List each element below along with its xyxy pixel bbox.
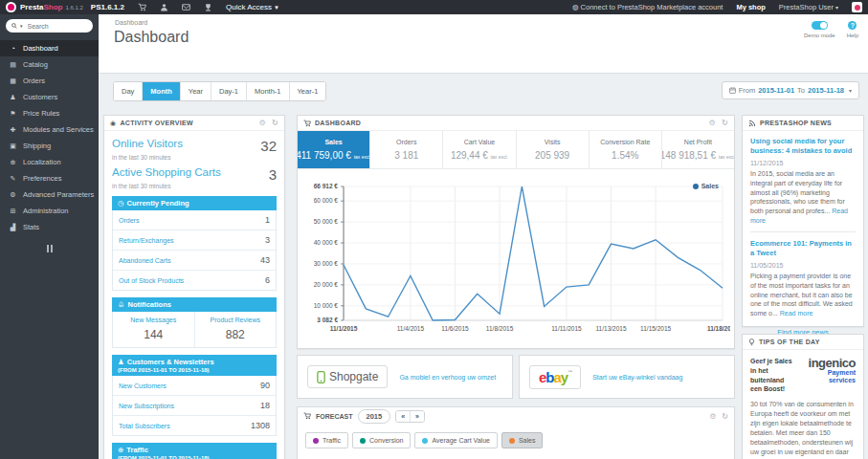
currently-pending-section: ◷Currently Pending Orders1 Return/Exchan… <box>112 196 277 291</box>
news-article-title[interactable]: Ecommerce 101: Payments in a Tweet <box>750 239 856 258</box>
kpi-tabs: Sales411 759,00 € tax excl. Orders3 181 … <box>298 131 734 169</box>
toggle-average-cart-value[interactable]: Average Cart Value <box>414 432 497 448</box>
sales-chart: 66 912 €60 000 €50 000 €40 000 €30 000 €… <box>298 175 734 353</box>
marketplace-link[interactable]: ◍ Connect to PrestaShop Marketplace acco… <box>572 3 723 11</box>
out-of-stock-row[interactable]: Out of Stock Products6 <box>113 271 276 290</box>
sidebar-item-stats[interactable]: ▟Stats <box>0 219 99 235</box>
user-menu[interactable]: PrestaShop User▾ <box>779 3 838 11</box>
shopgate-ad-link[interactable]: Ga mobiel en verhoog uw omzet <box>399 374 496 381</box>
new-customers-row[interactable]: New Customers90 <box>113 376 276 396</box>
search-input[interactable] <box>26 22 78 31</box>
range-day-1-button[interactable]: Day-1 <box>211 82 247 100</box>
demo-mode-toggle[interactable] <box>812 21 828 30</box>
my-shop-link[interactable]: My shop <box>736 3 765 11</box>
ebay-ad-link[interactable]: Start uw eBay-winkel vandaag <box>592 374 682 381</box>
cart-icon[interactable] <box>138 3 146 11</box>
svg-text:11/15/2015: 11/15/2015 <box>640 325 671 332</box>
abandoned-carts-row[interactable]: Abandoned Carts43 <box>113 251 276 271</box>
chart-legend[interactable]: Sales <box>693 183 719 189</box>
svg-text:20 000 €: 20 000 € <box>314 281 339 288</box>
date-range-picker[interactable]: From 2015-11-01 To 2015-11-18 ▾ <box>722 81 859 99</box>
sidebar-item-advanced-parameters[interactable]: ⚙Advanced Parameters <box>0 186 99 203</box>
prestashop-news-panel: PRESTASHOP NEWS Using social media for y… <box>742 115 864 327</box>
notifications-section: 🕭Notifications New Messages144 Product R… <box>112 297 277 348</box>
toggle-traffic[interactable]: Traffic <box>305 432 348 448</box>
range-month-1-button[interactable]: Month-1 <box>247 82 290 100</box>
range-month-button[interactable]: Month <box>143 82 181 100</box>
news-article-title[interactable]: Using social media for your business: 4 … <box>750 137 856 156</box>
range-year-button[interactable]: Year <box>181 82 211 100</box>
panel-refresh-icon[interactable]: ↻ <box>722 119 728 127</box>
caret-down-icon: ▼ <box>274 5 279 11</box>
kpi-conversion-rate[interactable]: Conversion Rate1.54% <box>589 131 661 168</box>
range-year-1-button[interactable]: Year-1 <box>290 82 326 100</box>
calendar-icon <box>729 87 736 94</box>
sidebar-item-localization[interactable]: ⊕Localization <box>0 154 99 170</box>
svg-text:40 000 €: 40 000 € <box>314 239 339 246</box>
shopgate-phone-icon <box>317 371 325 383</box>
forecast-next-button[interactable]: » <box>410 411 424 422</box>
news-panel-title: PRESTASHOP NEWS <box>760 120 832 126</box>
kpi-cart-value[interactable]: Cart Value129,44 € tax excl. <box>442 131 515 168</box>
svg-text:11/13/2015: 11/13/2015 <box>595 325 626 332</box>
toggle-sales[interactable]: Sales <box>501 432 544 448</box>
sidebar-search[interactable]: ▾ <box>6 19 93 33</box>
help-icon[interactable]: ? <box>848 21 857 30</box>
panel-settings-icon[interactable]: ⚙ <box>709 412 716 421</box>
sidebar-item-orders[interactable]: ▦Orders <box>0 73 99 89</box>
sidebar-item-catalog[interactable]: ▤Catalog <box>0 56 99 73</box>
range-day-button[interactable]: Day <box>114 82 143 100</box>
breadcrumb[interactable]: Dashboard <box>115 19 147 26</box>
total-subscribers-row[interactable]: Total Subscribers1308 <box>113 416 276 435</box>
kpi-visits[interactable]: Visits205 939 <box>516 131 589 168</box>
quick-access-menu[interactable]: Quick Access▼ <box>226 3 279 11</box>
panel-settings-icon[interactable]: ⚙ <box>709 119 716 127</box>
online-visitors-label[interactable]: Online Visitors <box>112 138 183 149</box>
read-more-link[interactable]: Read more <box>780 310 813 317</box>
toggle-conversion[interactable]: Conversion <box>352 432 411 448</box>
forecast-year-button[interactable]: 2015 <box>358 409 391 424</box>
sidebar-item-modules[interactable]: ✚Modules and Services <box>0 121 99 138</box>
news-article: Using social media for your business: 4 … <box>750 137 856 225</box>
sidebar-item-customers[interactable]: ♟Customers <box>0 89 99 105</box>
sidebar-item-preferences[interactable]: ✎Preferences <box>0 170 99 186</box>
new-messages-cell[interactable]: New Messages144 <box>113 312 194 347</box>
sidebar-item-shipping[interactable]: ▣Shipping <box>0 138 99 154</box>
person-icon[interactable] <box>160 3 168 11</box>
customers-newsletters-section: ♟Customers & Newsletters (FROM 2015-11-0… <box>112 355 277 436</box>
svg-text:11/6/2015: 11/6/2015 <box>441 325 469 332</box>
panel-refresh-icon[interactable]: ↻ <box>722 412 728 421</box>
brand-name: PrestaShop <box>20 3 62 11</box>
globe-icon: ⊕ <box>118 446 123 454</box>
user-avatar[interactable] <box>852 2 862 12</box>
ingenico-logo[interactable]: ingenico Payment services <box>800 357 856 394</box>
svg-text:11/18/2015: 11/18/2015 <box>707 325 730 332</box>
panel-settings-icon[interactable]: ⚙ <box>259 119 266 127</box>
orders-icon: ▦ <box>9 77 17 85</box>
pending-orders-row[interactable]: Orders1 <box>113 210 276 230</box>
demo-mode-control: Demo mode <box>804 21 835 38</box>
sidebar-collapse-button[interactable] <box>45 245 55 252</box>
search-scope-caret[interactable]: ▾ <box>20 23 23 29</box>
shopgate-logo[interactable]: Shopgate <box>307 365 388 388</box>
envelope-icon[interactable] <box>182 3 190 11</box>
sidebar-item-dashboard[interactable]: ◔Dashboard <box>0 40 99 56</box>
kpi-orders[interactable]: Orders3 181 <box>369 131 442 168</box>
product-reviews-cell[interactable]: Product Reviews882 <box>194 312 277 347</box>
forecast-prev-button[interactable]: « <box>396 411 410 422</box>
sidebar-item-administration[interactable]: ⊞Administration <box>0 203 99 219</box>
kpi-net-profit[interactable]: Net Profit148 918,51 € tax excl. <box>661 131 734 168</box>
pending-returns-row[interactable]: Return/Exchanges3 <box>113 230 276 251</box>
panel-refresh-icon[interactable]: ↻ <box>272 119 278 127</box>
new-subscriptions-row[interactable]: New Subscriptions18 <box>113 396 276 416</box>
customers-icon: ♟ <box>9 94 17 101</box>
date-from-value: 2015-11-01 <box>758 86 794 95</box>
ebay-logo[interactable]: ebay™ <box>529 365 581 389</box>
tips-body-text: 30 tot 70% van de consumenten in Europa … <box>750 400 856 459</box>
kpi-sales[interactable]: Sales411 759,00 € tax excl. <box>298 131 369 168</box>
sidebar-item-price-rules[interactable]: ⚑Price Rules <box>0 105 99 121</box>
active-carts-label[interactable]: Active Shopping Carts <box>112 166 221 178</box>
legend-dot-sales <box>693 184 699 189</box>
svg-text:30 000 €: 30 000 € <box>314 260 339 267</box>
trophy-icon[interactable] <box>204 3 212 11</box>
